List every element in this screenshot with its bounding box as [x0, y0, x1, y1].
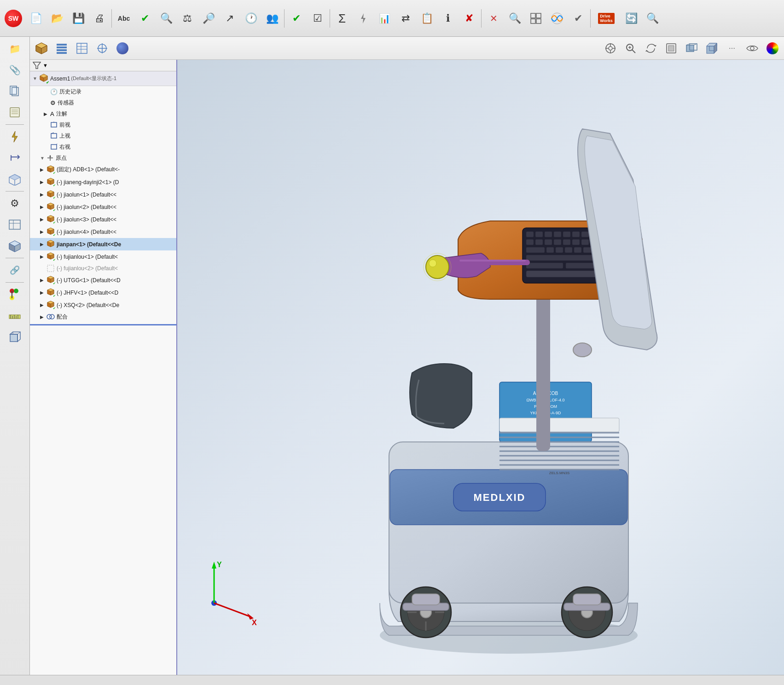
- scale-button[interactable]: ⚖: [177, 8, 197, 29]
- render-button[interactable]: [547, 8, 567, 29]
- sidebar-folder-button[interactable]: 📁: [5, 39, 25, 59]
- sidebar-clip2-button[interactable]: 🔗: [5, 260, 25, 280]
- jiaolun1-arrow[interactable]: ▶: [40, 192, 46, 197]
- crosshair-button[interactable]: [93, 39, 112, 58]
- main-viewport[interactable]: MEDLXID AEDALCOB ΩWBQ8GG-LOF-4.0 PHL:A-C…: [177, 60, 784, 685]
- jiaolun2-arrow[interactable]: ▶: [40, 204, 46, 209]
- sidebar-settings-button[interactable]: ⚙: [5, 193, 25, 214]
- check3-button[interactable]: ✔: [568, 8, 588, 29]
- open-button[interactable]: 📂: [47, 8, 67, 29]
- tree-item-xsq[interactable]: ▶ ✔ (-) XSQ<2> (Default<<De: [30, 299, 176, 311]
- export-button[interactable]: ↗: [220, 8, 240, 29]
- save-button[interactable]: 💾: [68, 8, 88, 29]
- users-button[interactable]: 👥: [262, 8, 282, 29]
- sidebar-lightning-button[interactable]: [5, 127, 25, 147]
- tree-item-annotations[interactable]: ▶ A 注解: [30, 108, 176, 119]
- zoom-last-button[interactable]: 🔍: [642, 8, 662, 29]
- adb-arrow[interactable]: ▶: [40, 167, 46, 172]
- tree-item-top[interactable]: 上视: [30, 130, 176, 141]
- sidebar-pages-button[interactable]: [5, 81, 25, 101]
- tree-item-jiaolun2[interactable]: ▶ ✔ (-) jiaolun<2> (Default<<: [30, 201, 176, 213]
- tree-item-fujianlou1[interactable]: ▶ ✔ (-) fujianlou<1> (Default<: [30, 250, 176, 263]
- beam-button[interactable]: 📊: [374, 8, 395, 29]
- jhfv-arrow[interactable]: ▶: [40, 290, 46, 295]
- utgg-arrow[interactable]: ▶: [40, 278, 46, 283]
- info-button[interactable]: ℹ: [438, 8, 458, 29]
- tree-item-adb[interactable]: ▶ ✔ (固定) ADB<1> (Default<-: [30, 163, 176, 176]
- tree-item-history[interactable]: 🕐 历史记录: [30, 86, 176, 97]
- svg-rect-82: [51, 134, 57, 138]
- annotations-arrow[interactable]: ▶: [44, 111, 50, 116]
- align-button[interactable]: ⇄: [395, 8, 416, 29]
- table-view-button[interactable]: [72, 39, 92, 58]
- text-format-button[interactable]: Abc: [114, 8, 134, 29]
- check3-icon: ✔: [574, 13, 582, 23]
- tree-item-mates[interactable]: ▶ 配合: [30, 311, 176, 322]
- color-ball-button[interactable]: [763, 39, 782, 58]
- sidebar-clip-button[interactable]: 📎: [5, 60, 25, 80]
- search-button[interactable]: 🔍: [156, 8, 176, 29]
- tree-item-front[interactable]: 前视: [30, 119, 176, 130]
- sw-logo-button[interactable]: SW: [2, 8, 25, 29]
- clock-button[interactable]: 🕐: [241, 8, 261, 29]
- sidebar-box-button[interactable]: [5, 327, 25, 347]
- magnify-button[interactable]: 🔍: [505, 8, 525, 29]
- tree-item-jianeng[interactable]: ▶ ✔ (-) jianeng-dayinji2<1> (D: [30, 176, 176, 188]
- cube3d-button[interactable]: [702, 39, 721, 58]
- tree-item-jhfv[interactable]: ▶ ✔ (-) JHFV<1> (Default<<D: [30, 286, 176, 299]
- sigma-button[interactable]: Σ: [332, 8, 352, 29]
- sidebar-cube3d-button[interactable]: [5, 236, 25, 256]
- tree-item-jiaolun3[interactable]: ▶ ✔ (-) jiaolun<3> (Default<<: [30, 213, 176, 226]
- doc-button[interactable]: 📋: [417, 8, 437, 29]
- tree-item-right[interactable]: 右视: [30, 141, 176, 152]
- sidebar-return-button[interactable]: [5, 148, 25, 168]
- svg-rect-157: [499, 418, 619, 432]
- mates-arrow[interactable]: ▶: [40, 314, 46, 319]
- tree-item-jianpan[interactable]: ▶ jianpan<1> (Default<<De: [30, 238, 176, 250]
- shapes1-button[interactable]: [662, 39, 681, 58]
- print-button[interactable]: 🖨: [89, 8, 110, 29]
- target-button[interactable]: [601, 39, 620, 58]
- xsq-arrow[interactable]: ▶: [40, 302, 46, 308]
- tree-item-fujianlou2[interactable]: (-) fujianlou<2> (Default<: [30, 263, 176, 274]
- delete-button[interactable]: ✕: [483, 8, 504, 29]
- check-button[interactable]: ✔: [135, 8, 155, 29]
- tree-item-jiaolun1[interactable]: ▶ ✔ (-) jiaolun<1> (Default<<: [30, 188, 176, 201]
- filter-dropdown[interactable]: ▼: [43, 63, 48, 68]
- tree-root-item[interactable]: ▼ ✔ Assem1 (Default<显示状态-1: [30, 71, 176, 86]
- sidebar-measure-button[interactable]: [5, 306, 25, 326]
- checkbox-button[interactable]: ☑: [308, 8, 328, 29]
- zoom-fit-button[interactable]: [621, 39, 640, 58]
- svg-rect-167: [563, 232, 570, 237]
- jianeng-arrow[interactable]: ▶: [40, 180, 46, 185]
- grid-button[interactable]: [526, 8, 546, 29]
- driveworks-button[interactable]: DriveWorks: [592, 8, 620, 29]
- filter-icon[interactable]: [33, 61, 41, 70]
- redx-button[interactable]: ✘: [459, 8, 479, 29]
- eye-button[interactable]: [743, 39, 762, 58]
- jiaolun4-arrow[interactable]: ▶: [40, 229, 46, 234]
- tree-item-sensors[interactable]: ⚙ 传感器: [30, 97, 176, 108]
- cube-view-button[interactable]: [32, 39, 51, 58]
- sphere-button[interactable]: [113, 39, 132, 58]
- sidebar-pages2-button[interactable]: [5, 102, 25, 122]
- shapes2-button[interactable]: [682, 39, 701, 58]
- list-view-button[interactable]: [52, 39, 71, 58]
- rotate3d-button[interactable]: [641, 39, 661, 58]
- new-button[interactable]: 📄: [26, 8, 46, 29]
- jianpan-arrow[interactable]: ▶: [40, 242, 46, 247]
- dots-button[interactable]: ⋯: [722, 39, 742, 58]
- rotate-button[interactable]: 🔄: [621, 8, 641, 29]
- tree-item-utgg[interactable]: ▶ ✔ (-) UTGG<1> (Default<<D: [30, 274, 176, 286]
- sidebar-3dbox-button[interactable]: [5, 169, 25, 189]
- fujianlou1-arrow[interactable]: ▶: [40, 254, 46, 259]
- tree-item-jiaolun4[interactable]: ▶ ✔ (-) jiaolun<4> (Default<<: [30, 226, 176, 238]
- snap-button[interactable]: [353, 8, 373, 29]
- sidebar-flag-button[interactable]: [5, 284, 25, 305]
- tree-item-origin[interactable]: ▼ 原点: [30, 152, 176, 163]
- root-expand-arrow[interactable]: ▼: [33, 76, 39, 81]
- check2-button[interactable]: ✔: [286, 8, 307, 29]
- jiaolun3-arrow[interactable]: ▶: [40, 217, 46, 222]
- search2-button[interactable]: 🔎: [198, 8, 219, 29]
- sidebar-table-button[interactable]: [5, 215, 25, 235]
